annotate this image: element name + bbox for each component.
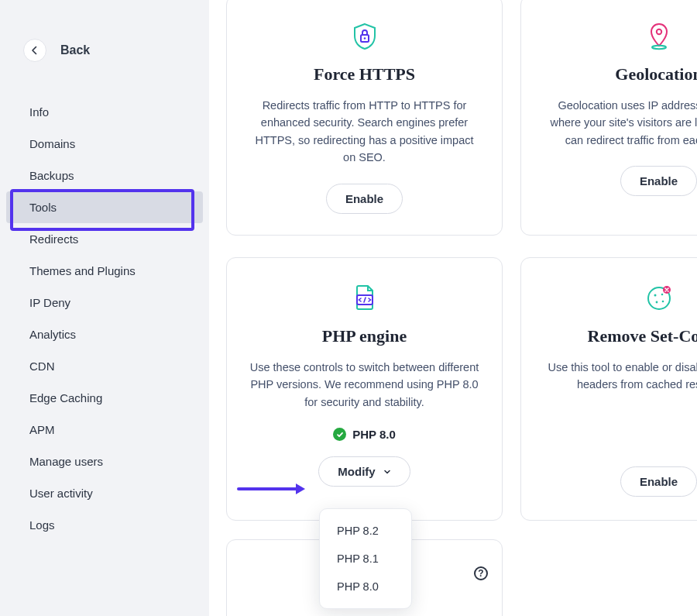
enable-button[interactable]: Enable — [620, 466, 697, 497]
help-icon[interactable]: ? — [474, 566, 488, 580]
content-area: Force HTTPS Redirects traffic from HTTP … — [225, 0, 697, 616]
card-desc: Geolocation uses IP addresses to detect … — [543, 97, 697, 149]
php-version-label: PHP 8.0 — [352, 428, 396, 441]
sidebar-item-cdn[interactable]: CDN — [0, 350, 209, 382]
card-title: Geolocation — [543, 64, 697, 84]
card-title: Force HTTPS — [249, 64, 480, 84]
card-php-engine: PHP engine Use these controls to switch … — [226, 257, 503, 521]
sidebar-item-edge-caching[interactable]: Edge Caching — [0, 382, 209, 414]
modify-label: Modify — [338, 465, 375, 478]
svg-point-7 — [661, 294, 663, 296]
sidebar-item-backups[interactable]: Backups — [0, 160, 209, 191]
svg-point-3 — [652, 46, 666, 49]
sidebar-item-apm[interactable]: APM — [0, 414, 209, 446]
card-title: PHP engine — [249, 326, 480, 346]
back-label: Back — [60, 43, 90, 57]
sidebar-item-analytics[interactable]: Analytics — [0, 318, 209, 350]
arrow-left-icon — [30, 46, 39, 55]
card-desc: Use this tool to enable or disable Set-C… — [543, 359, 697, 394]
card-geolocation: Geolocation Geolocation uses IP addresse… — [520, 0, 697, 236]
sidebar-item-ip-deny[interactable]: IP Deny — [0, 287, 209, 318]
sidebar-item-user-activity[interactable]: User activity — [0, 477, 209, 509]
sidebar-item-domains[interactable]: Domains — [0, 128, 209, 160]
sidebar: Back Info Domains Backups Tools Redirect… — [0, 0, 209, 616]
card-force-https: Force HTTPS Redirects traffic from HTTP … — [226, 0, 503, 236]
enable-button[interactable]: Enable — [326, 184, 403, 214]
php-status: PHP 8.0 — [249, 428, 480, 441]
card-desc: Redirects traffic from HTTP to HTTPS for… — [249, 97, 480, 167]
card-title: Remove Set-Cookie — [543, 326, 697, 346]
sidebar-item-logs[interactable]: Logs — [0, 509, 209, 541]
annotation-arrow-to-modify — [237, 484, 305, 494]
chevron-down-icon — [383, 468, 391, 476]
geolocation-pin-icon — [543, 21, 697, 52]
nav-list: Info Domains Backups Tools Redirects The… — [0, 96, 209, 541]
sidebar-item-themes-plugins[interactable]: Themes and Plugins — [0, 255, 209, 287]
dropdown-item-php80[interactable]: PHP 8.0 — [320, 573, 411, 601]
php-version-menu: PHP 8.2 PHP 8.1 PHP 8.0 — [319, 508, 412, 609]
card-remove-set-cookie: Remove Set-Cookie Use this tool to enabl… — [520, 257, 697, 521]
card-desc: Use these controls to switch between dif… — [249, 359, 480, 411]
back-button[interactable] — [23, 39, 46, 62]
check-icon — [333, 428, 346, 441]
dropdown-item-php81[interactable]: PHP 8.1 — [320, 545, 411, 573]
cookie-icon — [543, 283, 697, 314]
sidebar-item-tools[interactable]: Tools — [6, 191, 203, 223]
svg-point-9 — [661, 301, 664, 303]
modify-button[interactable]: Modify — [318, 456, 410, 487]
back-row: Back — [0, 39, 209, 62]
sidebar-item-info[interactable]: Info — [0, 96, 209, 128]
dropdown-item-php82[interactable]: PHP 8.2 — [320, 517, 411, 545]
sidebar-item-redirects[interactable]: Redirects — [0, 223, 209, 255]
svg-point-8 — [655, 301, 658, 304]
svg-point-6 — [654, 294, 656, 297]
enable-button[interactable]: Enable — [620, 166, 697, 196]
sidebar-item-manage-users[interactable]: Manage users — [0, 446, 209, 477]
svg-point-1 — [363, 37, 366, 40]
svg-point-2 — [656, 29, 661, 34]
php-file-icon — [249, 283, 480, 314]
lock-shield-icon — [249, 21, 480, 52]
